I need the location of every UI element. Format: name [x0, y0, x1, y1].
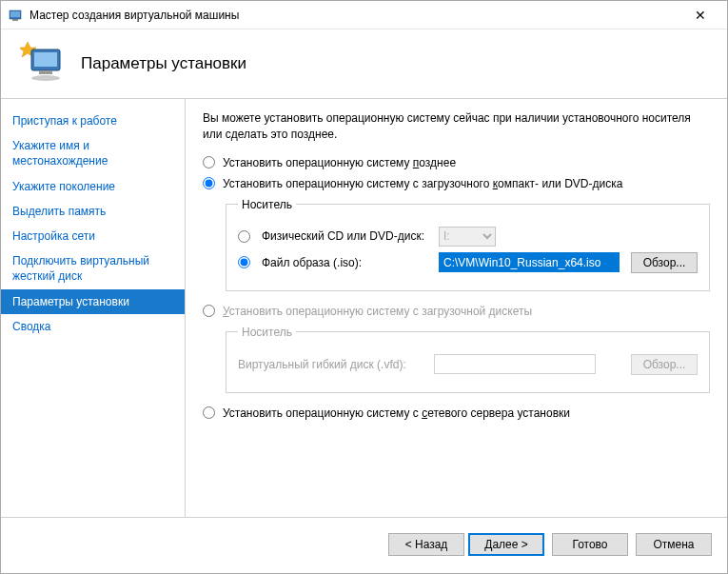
label-install-later: Установить операционную систему позднее	[223, 156, 456, 169]
sidebar-item-network[interactable]: Настройка сети	[1, 224, 185, 248]
option-install-cddvd[interactable]: Установить операционную систему с загруз…	[203, 177, 710, 190]
svg-rect-5	[34, 52, 57, 67]
sidebar-item-memory[interactable]: Выделить память	[1, 199, 185, 224]
sidebar-item-getting-started[interactable]: Приступая к работе	[1, 109, 185, 133]
wizard-header: Параметры установки	[1, 30, 727, 98]
back-button[interactable]: < Назад	[388, 533, 464, 556]
option-install-network[interactable]: Установить операционную систему с сетево…	[203, 406, 710, 420]
sidebar-item-name-location[interactable]: Укажите имя и местонахождение	[1, 133, 185, 173]
physical-cd-row: Физический CD или DVD-диск: I:	[238, 227, 698, 247]
sidebar-item-summary[interactable]: Сводка	[1, 314, 185, 339]
radio-install-cddvd[interactable]	[203, 177, 215, 189]
label-install-cddvd: Установить операционную систему с загруз…	[223, 177, 622, 190]
sidebar-item-vhd[interactable]: Подключить виртуальный жесткий диск	[1, 248, 185, 288]
iso-path-input[interactable]	[439, 252, 620, 272]
radio-iso[interactable]	[238, 256, 250, 268]
finish-button[interactable]: Готово	[552, 533, 628, 556]
sidebar-item-install-options[interactable]: Параметры установки	[1, 289, 185, 314]
floppy-legend: Носитель	[238, 326, 296, 339]
iso-row: Файл образа (.iso): Обзор...	[238, 252, 698, 273]
label-iso: Файл образа (.iso):	[262, 256, 433, 269]
radio-install-floppy[interactable]	[203, 305, 215, 317]
main-panel: Вы можете установить операционную систем…	[186, 99, 727, 517]
vfd-row: Виртуальный гибкий диск (.vfd): Обзор...	[238, 354, 698, 375]
browse-vfd-button: Обзор...	[631, 354, 698, 375]
option-install-floppy[interactable]: Установить операционную систему с загруз…	[203, 305, 710, 318]
label-install-floppy: Установить операционную систему с загруз…	[223, 305, 532, 318]
browse-iso-button[interactable]: Обзор...	[631, 252, 698, 273]
radio-install-later[interactable]	[203, 156, 215, 168]
svg-rect-2	[12, 19, 18, 21]
next-button[interactable]: Далее >	[468, 533, 544, 556]
option-install-later[interactable]: Установить операционную систему позднее	[203, 156, 710, 169]
window-title: Мастер создания виртуальной машины	[30, 9, 681, 22]
intro-text: Вы можете установить операционную систем…	[203, 110, 710, 143]
vfd-path-input	[434, 354, 596, 374]
label-vfd: Виртуальный гибкий диск (.vfd):	[238, 358, 428, 371]
svg-point-7	[31, 75, 60, 81]
wizard-steps-sidebar: Приступая к работе Укажите имя и местона…	[1, 99, 186, 517]
wizard-footer: < Назад Далее > Готово Отмена	[1, 517, 727, 570]
radio-physical-cd[interactable]	[238, 230, 250, 243]
media-legend: Носитель	[238, 198, 296, 211]
close-button[interactable]: ✕	[681, 2, 719, 29]
cancel-button[interactable]: Отмена	[636, 533, 712, 556]
drive-select[interactable]: I:	[439, 227, 496, 247]
label-install-network: Установить операционную систему с сетево…	[223, 406, 570, 420]
label-physical-cd: Физический CD или DVD-диск:	[262, 229, 433, 243]
svg-rect-6	[39, 70, 52, 74]
svg-rect-1	[10, 11, 20, 17]
radio-install-network[interactable]	[203, 406, 215, 419]
app-icon	[9, 8, 24, 23]
media-fieldset: Носитель Физический CD или DVD-диск: I: …	[226, 198, 710, 291]
page-title: Параметры установки	[81, 54, 246, 73]
sidebar-item-generation[interactable]: Укажите поколение	[1, 174, 185, 199]
wizard-icon	[20, 40, 68, 88]
floppy-fieldset: Носитель Виртуальный гибкий диск (.vfd):…	[226, 326, 710, 393]
titlebar: Мастер создания виртуальной машины ✕	[1, 1, 727, 30]
